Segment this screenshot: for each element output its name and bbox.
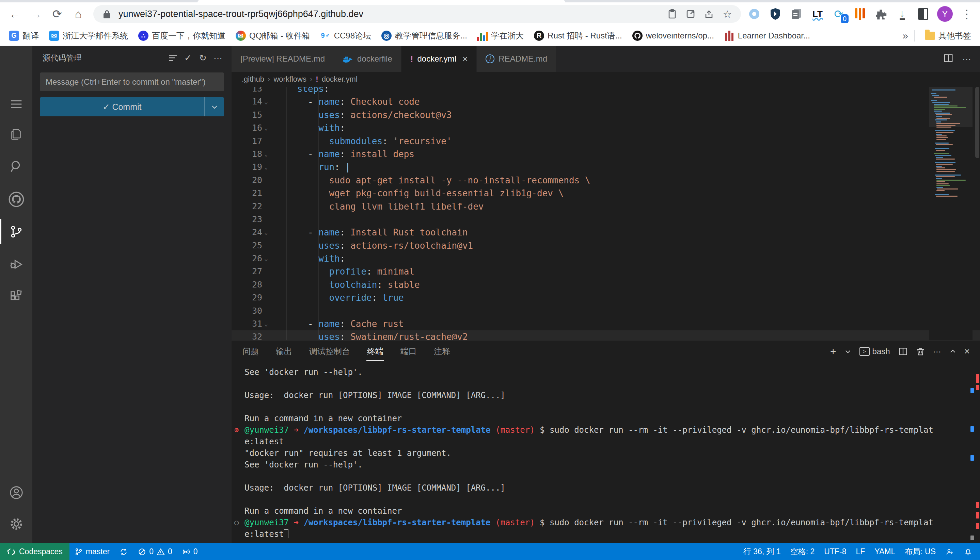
extension-shield-icon[interactable] <box>768 7 783 21</box>
branch-indicator[interactable]: master <box>69 543 114 560</box>
terminal-dropdown-icon[interactable] <box>845 348 851 355</box>
code-line[interactable]: 23 <box>232 213 980 226</box>
bookmark-star-icon[interactable]: ☆ <box>721 7 734 21</box>
browser-active-tab[interactable] <box>197 0 565 2</box>
fold-chevron-icon[interactable]: ⌄ <box>264 252 273 265</box>
bookmark-item[interactable]: 9♂CC98论坛 <box>316 28 375 43</box>
maximize-panel-icon[interactable] <box>949 348 956 355</box>
minimap[interactable] <box>929 87 973 340</box>
bookmarks-overflow-chevron[interactable]: » <box>902 30 908 42</box>
code-editor[interactable]: 13 steps:14⌄ - name: Checkout code15 use… <box>232 87 980 340</box>
extension-ring-icon[interactable] <box>747 7 761 21</box>
panel-tab-问题[interactable]: 问题 <box>242 341 259 362</box>
indentation[interactable]: 空格: 2 <box>786 543 819 560</box>
code-line[interactable]: 26⌄ with: <box>232 252 980 265</box>
explorer-icon[interactable] <box>0 119 32 149</box>
problems-indicator[interactable]: 0 0 <box>133 543 177 560</box>
other-bookmarks-folder[interactable]: 其他书签 <box>921 28 975 43</box>
fold-chevron-icon[interactable]: ⌄ <box>264 226 273 239</box>
breadcrumb[interactable]: .github›workflows›!docker.yml <box>232 72 980 87</box>
eol[interactable]: LF <box>851 543 870 560</box>
code-line[interactable]: 17 submodules: 'recursive' <box>232 135 980 148</box>
clipboard-icon[interactable] <box>666 7 679 21</box>
code-line[interactable]: 16⌄ with: <box>232 122 980 134</box>
fold-chevron-icon[interactable]: ⌄ <box>264 122 273 134</box>
code-line[interactable]: 29 override: true <box>232 291 980 304</box>
extensions-icon[interactable] <box>0 282 32 312</box>
feedback-icon[interactable] <box>940 543 959 560</box>
code-line[interactable]: 24⌄ - name: Install Rust toolchain <box>232 226 980 239</box>
close-panel-icon[interactable]: × <box>964 346 970 357</box>
split-editor-icon[interactable] <box>943 53 953 65</box>
bookmark-item[interactable]: Learner Dashboar... <box>720 28 814 43</box>
commit-message-input[interactable] <box>40 72 224 91</box>
reload-button[interactable]: ⟳ <box>48 5 66 23</box>
command-running-icon[interactable]: ○ <box>234 517 239 528</box>
ports-indicator[interactable]: 0 <box>177 543 202 560</box>
commit-check-icon[interactable]: ✓ <box>181 50 196 65</box>
url-text[interactable]: yunwei37-potential-space-trout-rpr5qwj66… <box>119 9 661 19</box>
code-line[interactable]: 13 steps: <box>232 87 980 95</box>
extension-pages-icon[interactable] <box>789 7 804 21</box>
code-line[interactable]: 22 clang llvm libelf1 libelf-dev <box>232 200 980 213</box>
source-control-icon[interactable] <box>0 217 32 247</box>
lock-icon[interactable] <box>100 7 114 21</box>
downloads-icon[interactable]: ↓ <box>895 7 909 21</box>
forward-button[interactable]: → <box>27 5 45 23</box>
notifications-bell-icon[interactable] <box>959 543 980 560</box>
code-line[interactable]: 19⌄ run: | <box>232 161 980 173</box>
fold-chevron-icon[interactable]: ⌄ <box>264 95 273 108</box>
refresh-icon[interactable]: ↻ <box>196 50 211 65</box>
code-line[interactable]: 21 wget pkg-config build-essential zlib1… <box>232 187 980 200</box>
pencils-extension-icon[interactable] <box>853 7 867 21</box>
tab--preview-readme-md[interactable]: [Preview] README.md <box>232 46 334 72</box>
code-line[interactable]: 30 <box>232 305 980 317</box>
code-line[interactable]: 32 uses: Swatinem/rust-cache@v2 <box>232 330 980 340</box>
browser-menu-icon[interactable]: ⋮ <box>960 7 974 21</box>
language-mode[interactable]: YAML <box>870 543 900 560</box>
editor-scrollbar[interactable] <box>975 87 979 158</box>
panel-tab-终端[interactable]: 终端 <box>366 341 384 362</box>
back-button[interactable]: ← <box>6 5 24 23</box>
bookmark-item[interactable]: ∴百度一下，你就知道 <box>134 28 229 43</box>
remote-indicator[interactable]: Codespaces <box>0 543 69 560</box>
terminal[interactable]: See 'docker run --help'.Usage: docker ru… <box>232 362 980 543</box>
search-icon[interactable] <box>0 151 32 182</box>
bookmark-item[interactable]: ◎教学管理信息服务... <box>377 28 471 43</box>
code-line[interactable]: 28 toolchain: stable <box>232 278 980 291</box>
editor-more-icon[interactable]: ··· <box>962 54 971 64</box>
more-actions-icon[interactable]: ··· <box>211 50 226 65</box>
breadcrumb-item[interactable]: docker.yml <box>322 75 358 84</box>
bookmark-item[interactable]: ✉QQ邮箱 - 收件箱 <box>232 28 314 43</box>
reading-sidebar-icon[interactable] <box>916 7 930 21</box>
breadcrumb-item[interactable]: workflows <box>273 75 306 84</box>
profile-avatar[interactable]: Y <box>937 6 953 22</box>
bookmark-item[interactable]: G翻译 <box>5 28 43 43</box>
panel-tab-端口[interactable]: 端口 <box>400 341 418 362</box>
command-failed-icon[interactable]: ⊗ <box>234 424 239 436</box>
code-line[interactable]: 31⌄ - name: Cache rust <box>232 317 980 330</box>
panel-tab-输出[interactable]: 输出 <box>275 341 293 362</box>
panel-tab-调试控制台[interactable]: 调试控制台 <box>308 341 351 362</box>
breadcrumb-item[interactable]: .github <box>242 75 264 84</box>
github-icon[interactable] <box>0 184 32 215</box>
open-in-window-icon[interactable] <box>684 7 697 21</box>
cursor-position[interactable]: 行 36, 列 1 <box>739 543 786 560</box>
sync-indicator[interactable] <box>114 543 133 560</box>
fold-chevron-icon[interactable]: ⌄ <box>264 317 273 330</box>
menu-icon[interactable] <box>0 89 32 119</box>
bookmark-item[interactable]: ✉浙江大学邮件系统 <box>45 28 132 43</box>
code-line[interactable]: 14⌄ - name: Checkout code <box>232 95 980 108</box>
address-bar[interactable]: yunwei37-potential-space-trout-rpr5qwj66… <box>93 5 741 23</box>
settings-gear-icon[interactable] <box>0 508 32 539</box>
code-line[interactable]: 27 profile: minimal <box>232 265 980 278</box>
encoding[interactable]: UTF-8 <box>819 543 851 560</box>
code-line[interactable]: 20 sudo apt-get install -y --no-install-… <box>232 174 980 187</box>
accounts-icon[interactable] <box>0 477 32 508</box>
tab-readme-md[interactable]: iREADME.md <box>477 46 557 72</box>
tab-docker-yml[interactable]: !docker.yml× <box>401 46 477 72</box>
shell-selector[interactable]: > bash <box>860 347 890 356</box>
puzzle-extensions-icon[interactable] <box>874 7 888 21</box>
sync-extension-icon[interactable]: ⟳ 0 <box>831 7 846 21</box>
bookmark-item[interactable]: RRust 招聘 - Rust语... <box>530 28 626 43</box>
